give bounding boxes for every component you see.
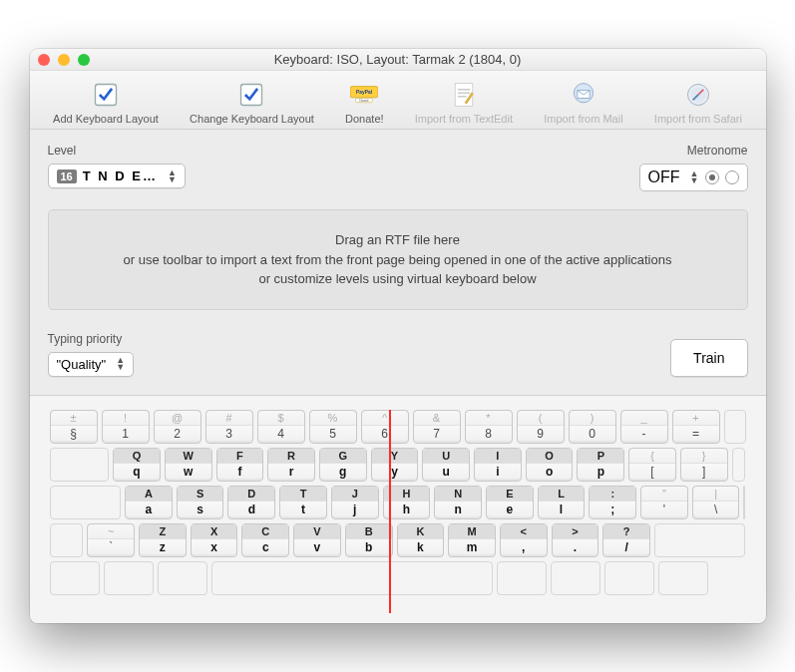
key-upper: ?	[603, 524, 649, 539]
toolbar-add-layout[interactable]: Add Keyboard Layout	[49, 77, 163, 127]
key-blank	[50, 523, 84, 557]
key-upper: |	[693, 487, 739, 502]
key-lower: 6	[381, 426, 388, 442]
key-0[interactable]: )0	[569, 410, 616, 444]
key-upper: ~	[88, 524, 134, 539]
key-j[interactable]: Jj	[331, 486, 379, 519]
key-upper: L	[539, 487, 585, 502]
metronome-radio-off[interactable]	[705, 170, 719, 184]
key-lower: 4	[277, 426, 284, 442]
key-y[interactable]: Yy	[371, 448, 419, 482]
key-t[interactable]: Tt	[279, 486, 327, 519]
key-f[interactable]: Ff	[216, 448, 264, 482]
metronome-radio-on[interactable]	[725, 170, 739, 184]
key-space[interactable]	[211, 561, 493, 595]
key-lower: 8	[485, 426, 492, 442]
toolbar-import-safari-label: Import from Safari	[654, 113, 742, 125]
key-5[interactable]: %5	[309, 410, 357, 444]
key-6[interactable]: ^6	[361, 410, 409, 444]
key-upper: :	[590, 487, 635, 502]
key-blank	[50, 561, 100, 595]
key-1[interactable]: !1	[102, 410, 150, 444]
key-lower: k	[417, 539, 424, 555]
key-k[interactable]: Kk	[397, 523, 445, 557]
key-,[interactable]: <,	[500, 523, 548, 557]
key-'[interactable]: "'	[640, 486, 688, 519]
key-p[interactable]: Pp	[577, 448, 624, 482]
key-lower: e	[506, 502, 513, 517]
key-upper: &	[414, 411, 460, 426]
key-r[interactable]: Rr	[267, 448, 315, 482]
stepper-icon: ▲▼	[690, 170, 699, 184]
key-lower: b	[365, 539, 372, 555]
toolbar-donate-label: Donate!	[345, 113, 384, 125]
key-c[interactable]: Cc	[241, 523, 289, 557]
toolbar-import-textedit[interactable]: Import from TextEdit	[411, 77, 517, 127]
key-n[interactable]: Nn	[434, 486, 482, 519]
key-l[interactable]: Ll	[538, 486, 586, 519]
key-4[interactable]: $4	[257, 410, 305, 444]
key-lower: x	[210, 539, 217, 555]
key-upper: V	[294, 524, 340, 539]
key-o[interactable]: Oo	[526, 448, 574, 482]
key-lower: f	[237, 464, 241, 480]
key-upper: J	[332, 487, 378, 502]
key-a[interactable]: Aa	[125, 486, 173, 519]
key-m[interactable]: Mm	[448, 523, 496, 557]
key-7[interactable]: &7	[413, 410, 461, 444]
key-z[interactable]: Zz	[139, 523, 187, 557]
key-upper: K	[398, 524, 444, 539]
drop-zone[interactable]: Drag an RTF file here or use toolbar to …	[48, 209, 748, 310]
key-upper: P	[578, 449, 623, 464]
priority-selector[interactable]: "Quality" ▲▼	[48, 352, 135, 377]
key--[interactable]: _-	[620, 410, 668, 444]
key-upper: X	[192, 524, 237, 539]
key-h[interactable]: Hh	[383, 486, 431, 519]
key-q[interactable]: Qq	[113, 448, 161, 482]
key-upper: *	[466, 411, 512, 426]
key-u[interactable]: Uu	[422, 448, 470, 482]
key-d[interactable]: Dd	[227, 486, 275, 519]
key-upper: G	[320, 449, 366, 464]
key-][interactable]: }]	[680, 448, 728, 482]
metronome-group: Metronome OFF ▲▼	[639, 144, 748, 191]
key-lower: j	[353, 502, 356, 517]
key-.[interactable]: >.	[552, 523, 599, 557]
key-i[interactable]: Ii	[474, 448, 522, 482]
key-[[interactable]: {[	[628, 448, 676, 482]
key-w[interactable]: Ww	[165, 448, 212, 482]
key-blank	[743, 486, 745, 519]
level-group: Level 16 T N D E… ▲▼	[48, 144, 186, 188]
key-=[interactable]: +=	[672, 410, 720, 444]
toolbar-import-mail[interactable]: Import from Mail	[540, 77, 626, 127]
level-selector[interactable]: 16 T N D E… ▲▼	[48, 164, 186, 188]
key-`[interactable]: ~`	[87, 523, 135, 557]
train-button[interactable]: Train	[670, 339, 747, 377]
checkbox-add-icon	[90, 79, 122, 111]
metronome-control[interactable]: OFF ▲▼	[639, 164, 748, 191]
key-upper: Z	[140, 524, 186, 539]
toolbar-change-layout[interactable]: Change Keyboard Layout	[186, 77, 318, 127]
key-8[interactable]: *8	[465, 410, 513, 444]
key-;[interactable]: :;	[589, 486, 636, 519]
key-2[interactable]: @2	[154, 410, 201, 444]
key-9[interactable]: (9	[517, 410, 565, 444]
safari-icon	[682, 79, 714, 111]
key-v[interactable]: Vv	[293, 523, 341, 557]
key-e[interactable]: Ee	[486, 486, 534, 519]
toolbar-import-safari[interactable]: Import from Safari	[650, 77, 746, 127]
key-g[interactable]: Gg	[319, 448, 367, 482]
key-upper: S	[178, 487, 223, 502]
key-b[interactable]: Bb	[345, 523, 393, 557]
key-x[interactable]: Xx	[191, 523, 238, 557]
key-s[interactable]: Ss	[177, 486, 224, 519]
key-/[interactable]: ?/	[602, 523, 650, 557]
toolbar-donate[interactable]: PayPalDonate Donate!	[341, 77, 388, 127]
key-3[interactable]: #3	[205, 410, 253, 444]
key-\[interactable]: |\	[692, 486, 740, 519]
key-lower: `	[109, 539, 113, 555]
key-upper: R	[268, 449, 314, 464]
level-label: Level	[48, 144, 186, 158]
key-§[interactable]: ±§	[50, 410, 98, 444]
key-lower: l	[560, 502, 563, 517]
